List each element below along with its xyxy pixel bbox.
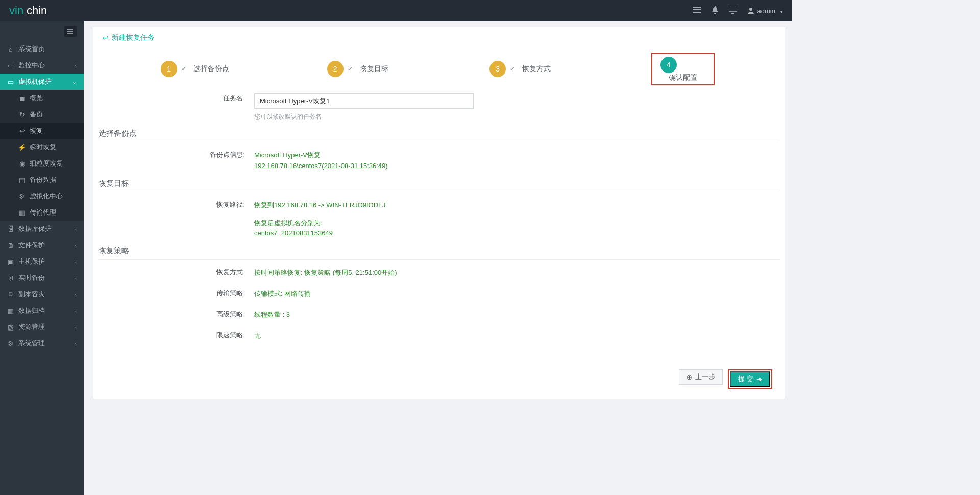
archive-icon: ▦ — [7, 307, 14, 315]
step-3[interactable]: 3 ✔ 恢复方式 — [439, 53, 602, 85]
chevron-left-icon: ‹ — [75, 308, 77, 314]
brand-logo: vin chin — [9, 0, 65, 21]
backup-info-value: Microsoft Hyper-V恢复 192.168.78.16\centos… — [254, 150, 779, 172]
server-icon: ▣ — [7, 258, 14, 266]
gear-icon: ⚙ — [7, 340, 14, 347]
sidebar-item-hostprotect[interactable]: ▣ 主机保护 ‹ — [0, 253, 84, 270]
sidebar-sub-instant[interactable]: ⚡ 瞬时恢复 — [0, 139, 84, 155]
home-icon: ⌂ — [7, 45, 14, 53]
section-backup: 选择备份点 — [93, 125, 785, 142]
taskname-hint: 您可以修改默认的任务名 — [254, 109, 779, 122]
bolt-icon: ⚡ — [18, 144, 26, 151]
sidebar: ⌂ 系统首页 ▭ 监控中心 ‹ ▭ 虚拟机保护 ⌄ ≣ 概览 ↻ 备份 — [0, 21, 84, 495]
sidebar-item-replica[interactable]: ⧉ 副本容灾 ‹ — [0, 286, 84, 302]
svg-rect-2 — [693, 7, 701, 8]
chevron-left-icon: ‹ — [75, 63, 77, 68]
sidebar-sub-granular[interactable]: ◉ 细粒度恢复 — [0, 155, 84, 172]
check-icon: ✔ — [348, 65, 353, 73]
sidebar-sub-overview[interactable]: ≣ 概览 — [0, 90, 84, 106]
sidebar-item-resource[interactable]: ▧ 资源管理 ‹ — [0, 319, 84, 335]
sidebar-sub-agent[interactable]: ▥ 传输代理 — [0, 204, 84, 221]
sidebar-item-monitor[interactable]: ▭ 监控中心 ‹ — [0, 57, 84, 74]
list-icon[interactable] — [693, 7, 701, 15]
topbar: vin chin admin — [0, 0, 792, 21]
check-icon: ✔ — [510, 65, 515, 73]
svg-text:vin: vin — [9, 4, 23, 17]
check-icon: ✔ — [181, 65, 186, 73]
grid-icon: ▧ — [7, 323, 14, 331]
undo-icon: ↩ — [18, 127, 26, 135]
wizard-steps: 1 ✔ 选择备份点 2 ✔ 恢复目标 3 ✔ 恢复方式 — [93, 48, 785, 88]
submit-button[interactable]: 提 交 ➔ — [730, 371, 770, 387]
section-target: 恢复目标 — [93, 175, 785, 192]
list-icon: ≣ — [18, 95, 26, 102]
svg-rect-6 — [731, 13, 734, 14]
sidebar-item-vmprotect[interactable]: ▭ 虚拟机保护 ⌄ — [0, 74, 84, 90]
prev-button[interactable]: ⊕ 上一步 — [679, 369, 723, 385]
bell-icon[interactable] — [712, 6, 719, 16]
sidebar-item-dbprotect[interactable]: 🗄 数据库保护 ‹ — [0, 221, 84, 237]
arrow-right-icon: ➔ — [756, 375, 762, 383]
sidebar-sub-virtcenter[interactable]: ⚙ 虚拟化中心 — [0, 188, 84, 204]
shield-icon: ⛨ — [7, 274, 14, 282]
mode-value: 按时间策略恢复: 恢复策略 (每周5, 21:51:00开始) — [254, 268, 779, 278]
taskname-input[interactable] — [254, 93, 474, 109]
database-icon: ▤ — [18, 176, 26, 184]
share-icon: ↻ — [18, 111, 26, 119]
panel-title: ↩ 新建恢复任务 — [93, 27, 785, 48]
chevron-left-icon: ‹ — [75, 292, 77, 297]
limit-label: 限速策略: — [99, 331, 254, 341]
copy-icon: ⧉ — [7, 290, 14, 298]
section-policy: 恢复策略 — [93, 242, 785, 259]
chevron-left-icon: ‹ — [75, 324, 77, 330]
adv-value: 线程数量 : 3 — [254, 310, 779, 320]
user-menu[interactable]: admin — [747, 7, 783, 15]
taskname-label: 任务名: — [99, 93, 254, 122]
chevron-left-icon: ‹ — [75, 275, 77, 281]
chevron-down-icon — [778, 7, 783, 15]
chevron-down-icon: ⌄ — [72, 79, 77, 85]
svg-rect-9 — [67, 31, 74, 32]
layers-icon: ▥ — [18, 209, 26, 217]
restore-path-label: 恢复路径: — [99, 200, 254, 239]
backup-info-label: 备份点信息: — [99, 150, 254, 172]
sidebar-item-archive[interactable]: ▦ 数据归档 ‹ — [0, 302, 84, 319]
step-4[interactable]: 4 确认配置 — [602, 53, 765, 85]
trans-label: 传输策略: — [99, 289, 254, 299]
chevron-left-icon: ‹ — [75, 226, 77, 232]
hamburger-icon[interactable] — [64, 26, 77, 37]
svg-rect-3 — [693, 9, 701, 10]
svg-text:chin: chin — [27, 4, 47, 17]
chevron-left-icon: ‹ — [75, 259, 77, 265]
monitor-icon[interactable] — [729, 7, 737, 15]
arrow-left-icon: ⊕ — [687, 373, 692, 381]
svg-rect-5 — [729, 7, 737, 12]
database-icon: 🗄 — [7, 225, 14, 233]
monitor-icon: ▭ — [7, 62, 14, 69]
limit-value: 无 — [254, 331, 779, 341]
desktop-icon: ▭ — [7, 78, 14, 86]
gear-icon: ⚙ — [18, 193, 26, 200]
chevron-left-icon: ‹ — [75, 243, 77, 248]
sidebar-item-fileprotect[interactable]: 🗎 文件保护 ‹ — [0, 237, 84, 253]
mode-label: 恢复方式: — [99, 268, 254, 278]
svg-point-7 — [749, 8, 752, 11]
wizard-buttons: ⊕ 上一步 提 交 ➔ — [672, 364, 779, 394]
svg-rect-4 — [693, 12, 701, 13]
sidebar-sub-restore[interactable]: ↩ 恢复 — [0, 123, 84, 139]
svg-rect-10 — [67, 33, 74, 34]
sidebar-sub-backup[interactable]: ↻ 备份 — [0, 106, 84, 123]
sidebar-sub-backupdata[interactable]: ▤ 备份数据 — [0, 172, 84, 188]
chevron-left-icon: ‹ — [75, 341, 77, 346]
submit-wrap: 提 交 ➔ — [728, 369, 772, 389]
user-name: admin — [757, 7, 775, 15]
sidebar-collapse — [0, 21, 84, 41]
wizard-panel: ↩ 新建恢复任务 1 ✔ 选择备份点 2 ✔ 恢复目标 3 — [93, 27, 785, 399]
step-2[interactable]: 2 ✔ 恢复目标 — [277, 53, 439, 85]
sidebar-item-system[interactable]: ⚙ 系统管理 ‹ — [0, 335, 84, 351]
trans-value: 传输模式: 网络传输 — [254, 289, 779, 299]
sidebar-item-home[interactable]: ⌂ 系统首页 — [0, 41, 84, 57]
restore-path-value: 恢复到192.168.78.16 -> WIN-TFRJO9IODFJ 恢复后虚… — [254, 200, 779, 239]
sidebar-item-realtime[interactable]: ⛨ 实时备份 ‹ — [0, 270, 84, 286]
step-1[interactable]: 1 ✔ 选择备份点 — [114, 53, 277, 85]
